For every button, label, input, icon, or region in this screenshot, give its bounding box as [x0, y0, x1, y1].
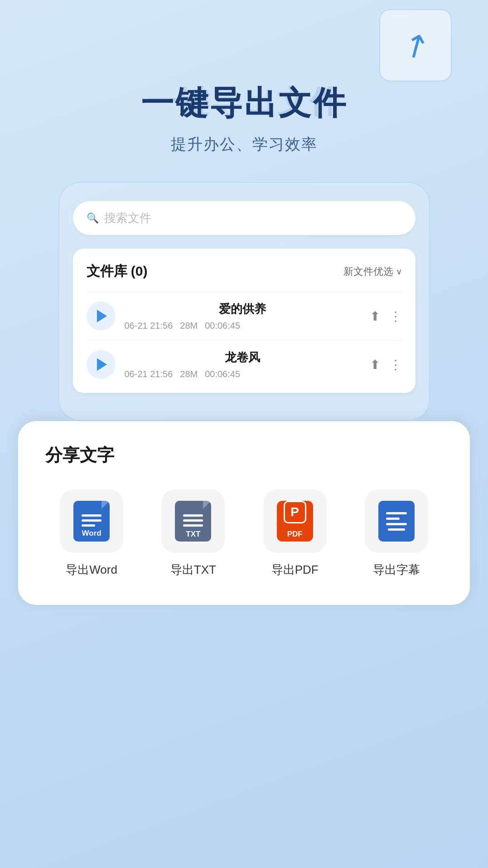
export-word-item[interactable]: Word 导出Word — [45, 489, 138, 578]
subtitle-line-2 — [386, 518, 400, 520]
file-library: 文件库 (0) 新文件优选 ∨ 爱的供养 06-21 21:56 28M 00:… — [73, 249, 416, 393]
hero-subtitle: 提升办公、学习效率 — [0, 134, 488, 155]
bottom-spacer — [0, 605, 488, 641]
share-icon-1[interactable]: ⬆ — [370, 309, 380, 324]
txt-line-2 — [183, 519, 203, 522]
play-triangle-icon-1 — [97, 310, 107, 322]
txt-icon: TXT — [175, 501, 211, 542]
library-header: 文件库 (0) 新文件优选 ∨ — [87, 262, 402, 281]
file-name-2: 龙卷风 — [125, 350, 361, 365]
subtitle-line-4 — [388, 528, 405, 531]
share-icon-2[interactable]: ⬆ — [370, 357, 380, 372]
export-subtitle-label: 导出字幕 — [373, 562, 420, 578]
hero-title: 一键导出文件 — [0, 82, 488, 125]
export-txt-item[interactable]: TXT 导出TXT — [147, 489, 239, 578]
play-triangle-icon-2 — [97, 358, 107, 371]
export-pdf-item[interactable]: P PDF 导出PDF — [249, 489, 341, 578]
search-placeholder-text: 搜索文件 — [104, 210, 151, 226]
share-title: 分享文字 — [45, 444, 443, 467]
file-date-1: 06-21 21:56 — [125, 321, 173, 331]
word-line-1 — [82, 514, 101, 517]
file-item-1: 爱的供养 06-21 21:56 28M 00:06:45 ⬆ ⋮ — [87, 292, 402, 340]
txt-icon-lines — [183, 514, 203, 527]
play-button-2[interactable] — [87, 350, 116, 379]
more-icon-1[interactable]: ⋮ — [389, 309, 402, 324]
txt-badge-text: TXT — [186, 530, 200, 539]
share-section: 分享文字 Word 导出Word — [18, 421, 470, 605]
file-info-1: 爱的供养 06-21 21:56 28M 00:06:45 — [125, 301, 361, 331]
subtitle-icon — [378, 501, 415, 542]
file-date-2: 06-21 21:56 — [125, 369, 173, 379]
export-subtitle-icon-wrap — [365, 489, 428, 553]
more-icon-2[interactable]: ⋮ — [389, 357, 402, 372]
export-pdf-label: 导出PDF — [271, 562, 319, 578]
txt-line-1 — [183, 514, 203, 517]
folder-icon: ↗ — [379, 9, 452, 82]
folder-icon-decoration: ↗ — [379, 9, 452, 82]
file-actions-1: ⬆ ⋮ — [370, 309, 402, 324]
export-subtitle-item[interactable]: 导出字幕 — [350, 489, 443, 578]
pdf-p-badge: P — [284, 501, 306, 523]
file-actions-2: ⬆ ⋮ — [370, 357, 402, 372]
folder-arrow-icon: ↗ — [395, 23, 436, 68]
word-icon: Word — [73, 501, 110, 542]
file-size-2: 28M — [180, 369, 198, 379]
export-txt-icon-wrap: TXT — [161, 489, 225, 553]
export-txt-label: 导出TXT — [170, 562, 216, 578]
sort-button[interactable]: 新文件优选 ∨ — [343, 265, 402, 278]
export-word-label: 导出Word — [66, 562, 117, 578]
library-title: 文件库 (0) — [87, 262, 148, 281]
subtitle-lines — [386, 512, 407, 531]
hero-section: ↗ 一键导出文件 一键导出文件 提升办公、学习效率 🔍 搜索文件 文件库 (0)… — [0, 0, 488, 421]
word-badge-text: Word — [79, 528, 104, 539]
export-options: Word 导出Word TXT 导出TXT — [45, 489, 443, 578]
file-meta-1: 06-21 21:56 28M 00:06:45 — [125, 321, 361, 331]
app-mockup: 🔍 搜索文件 文件库 (0) 新文件优选 ∨ 爱的供养 06- — [58, 182, 430, 421]
export-word-icon-wrap: Word — [60, 489, 123, 553]
pdf-label-badge: PDF — [287, 530, 303, 539]
file-size-1: 28M — [180, 321, 198, 331]
chevron-down-icon: ∨ — [396, 267, 402, 277]
word-line-2 — [82, 519, 101, 522]
file-meta-2: 06-21 21:56 28M 00:06:45 — [125, 369, 361, 379]
sort-label: 新文件优选 — [343, 265, 393, 278]
file-info-2: 龙卷风 06-21 21:56 28M 00:06:45 — [125, 350, 361, 379]
file-item-2: 龙卷风 06-21 21:56 28M 00:06:45 ⬆ ⋮ — [87, 340, 402, 388]
search-icon: 🔍 — [87, 212, 99, 224]
word-icon-lines — [82, 514, 101, 527]
search-bar[interactable]: 🔍 搜索文件 — [73, 201, 416, 235]
txt-line-3 — [183, 524, 203, 527]
pdf-icon: P PDF — [275, 501, 315, 542]
file-name-1: 爱的供养 — [125, 301, 361, 317]
file-duration-2: 00:06:45 — [205, 369, 240, 379]
subtitle-line-3 — [386, 523, 407, 525]
file-duration-1: 00:06:45 — [205, 321, 240, 331]
export-pdf-icon-wrap: P PDF — [263, 489, 327, 553]
play-button-1[interactable] — [87, 302, 116, 331]
word-line-3 — [82, 524, 95, 527]
subtitle-line-1 — [386, 512, 407, 514]
